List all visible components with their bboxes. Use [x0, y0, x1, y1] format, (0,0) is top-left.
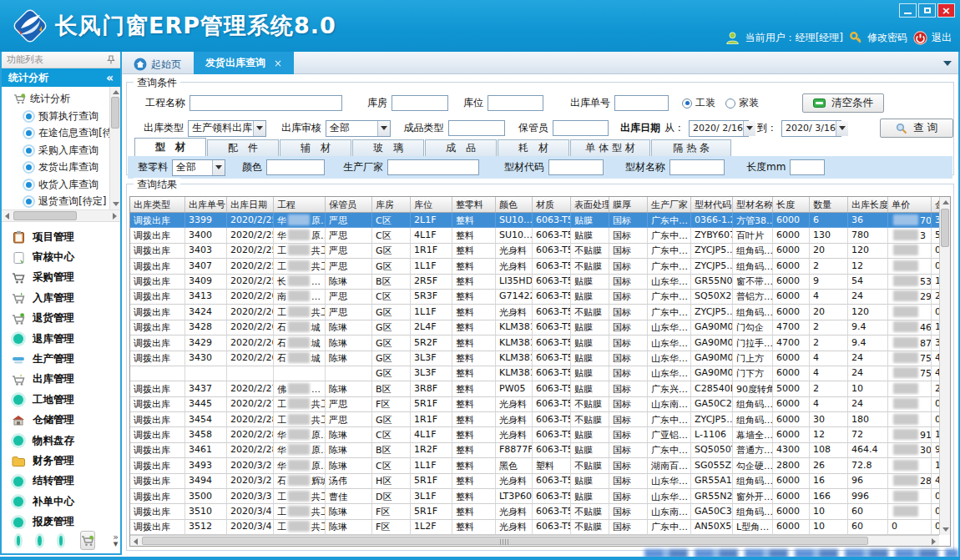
- factory-input[interactable]: [387, 159, 479, 175]
- tab-home[interactable]: 起始页: [125, 54, 189, 74]
- jiazhuang-radio[interactable]: 家装: [725, 96, 759, 110]
- column-header-14[interactable]: 型材名称: [733, 197, 773, 212]
- more-modules-button[interactable]: »▾: [113, 534, 119, 547]
- scroll-right-icon[interactable]: [932, 538, 936, 545]
- column-header-16[interactable]: 数量: [810, 197, 848, 212]
- outbound-audit-select[interactable]: 全部: [326, 120, 390, 137]
- sidebar-item-10[interactable]: 物料盘存: [2, 431, 120, 451]
- sidebar-item-4[interactable]: 退货管理: [2, 309, 120, 329]
- scroll-down-icon[interactable]: [113, 202, 119, 206]
- sidebar-item-1[interactable]: 审核中心: [2, 247, 120, 267]
- collapse-icon[interactable]: «: [106, 71, 114, 84]
- whole-part-select[interactable]: 全部: [172, 159, 225, 176]
- column-header-0[interactable]: 出库类型: [130, 197, 185, 212]
- column-header-5[interactable]: 库房: [372, 197, 411, 212]
- material-tab-1[interactable]: 配 件: [207, 139, 279, 156]
- sidebar-item-5[interactable]: 退库管理: [2, 329, 120, 349]
- date-from-select[interactable]: 2020/ 2/16: [689, 120, 749, 137]
- scroll-down-icon[interactable]: [942, 527, 949, 532]
- table-row[interactable]: 调拨出库34612020/2/28华原…陈琳B区1R2F整料F8877FT606…: [130, 443, 950, 458]
- scroll-right-icon[interactable]: [113, 213, 117, 219]
- sidebar-item-3[interactable]: 入库管理: [2, 288, 120, 308]
- location-input[interactable]: [488, 95, 543, 111]
- profile-name-input[interactable]: [669, 159, 725, 175]
- sidebar-item-0[interactable]: 项目管理: [2, 227, 120, 247]
- column-header-6[interactable]: 库位: [411, 197, 452, 212]
- scroll-left-icon[interactable]: [134, 538, 138, 545]
- scroll-up-icon[interactable]: [113, 90, 119, 94]
- column-header-10[interactable]: 表面处理: [571, 197, 609, 212]
- outbound-order-input[interactable]: [614, 95, 669, 111]
- tree-root-statistics[interactable]: 统计分析: [2, 90, 109, 108]
- table-row[interactable]: 调拨出库34032020/2/25工共工程严思G区1R1F整料光身料6063-T…: [130, 244, 950, 259]
- tree-horizontal-scrollbar[interactable]: [2, 210, 120, 222]
- dot-icon[interactable]: [59, 536, 63, 546]
- material-tab-4[interactable]: 成 品: [425, 139, 497, 156]
- column-header-12[interactable]: 生产厂家: [648, 197, 691, 212]
- material-tab-6[interactable]: 单 体 型 材: [570, 139, 650, 156]
- table-row[interactable]: 调拨出库35122020/3/4工共工程陈琳F区1L2F整料光身料6063-T5…: [130, 520, 950, 535]
- maximize-button[interactable]: [918, 3, 936, 18]
- product-type-input[interactable]: [448, 120, 505, 136]
- dot-icon[interactable]: [17, 536, 20, 546]
- tab-shipping-outbound-query[interactable]: 发货出库查询 ×: [194, 52, 294, 74]
- dot-icon[interactable]: [38, 536, 41, 546]
- table-row[interactable]: 调拨出库34092020/2/25长…陈琳B区2R5F整料LI35HD6063-…: [130, 275, 950, 290]
- table-row[interactable]: 调拨出库35102020/3/4工共工程陈琳F区5R1F整料光身料6063-T5…: [130, 504, 950, 519]
- date-to-select[interactable]: 2020/ 3/16: [781, 120, 841, 137]
- sidebar-section-header[interactable]: 统计分析 «: [2, 68, 120, 87]
- pin-icon[interactable]: [107, 55, 115, 64]
- table-row[interactable]: 调拨出库34932020/3/2华原…陈琳C区1L1F整料黑色塑料不贴膜国标湖南…: [130, 458, 950, 473]
- radio-unselected-icon[interactable]: [725, 98, 735, 108]
- scroll-up-icon[interactable]: [942, 200, 949, 204]
- keeper-input[interactable]: [553, 120, 609, 136]
- table-row[interactable]: 调拨出库34072020/2/25工共工程严思G区1L1F整料光身料6063-T…: [130, 259, 950, 274]
- table-row[interactable]: 调拨出库34002020/2/25华原…严思C区4L1F整料SU10…6063-…: [130, 228, 950, 243]
- column-header-7[interactable]: 整零料: [452, 197, 496, 212]
- material-tab-0[interactable]: 型 材: [134, 138, 206, 156]
- table-row[interactable]: 调拨出库34132020/2/26南…严思C区5R3F整料G714226063-…: [130, 290, 950, 305]
- close-button[interactable]: ×: [937, 3, 955, 18]
- material-tab-7[interactable]: 隔 热 条: [651, 139, 731, 156]
- clear-conditions-button[interactable]: 清空条件: [802, 93, 884, 113]
- column-header-15[interactable]: 长度: [773, 197, 810, 212]
- logout-button[interactable]: 退出: [913, 31, 952, 45]
- scroll-left-icon[interactable]: [5, 213, 9, 219]
- table-row[interactable]: 调拨出库34282020/2/26石城陈琳G区2L4F整料KLM38176063…: [130, 320, 950, 335]
- tree-vertical-scrollbar[interactable]: [109, 87, 120, 209]
- table-row[interactable]: 调拨出库34302020/2/26石城陈琳G区3L3F整料KLM38176063…: [130, 351, 950, 366]
- tree-item-0[interactable]: 预算执行查询: [2, 108, 109, 125]
- table-row[interactable]: G区3L3F整料KLM38176063-T5贴膜国标山东华…GA90M09…门下…: [130, 366, 950, 381]
- outbound-type-select[interactable]: 生产领料出库: [188, 120, 266, 137]
- table-row[interactable]: 调拨出库34582020/2/28华原…陈琳C区4L1F整料光身料6063-T5…: [130, 427, 950, 442]
- sidebar-item-9[interactable]: 仓储管理: [2, 411, 120, 431]
- column-header-2[interactable]: 出库日期: [227, 197, 274, 212]
- length-input[interactable]: [790, 159, 825, 175]
- column-header-18[interactable]: 单价: [888, 197, 932, 212]
- material-tab-3[interactable]: 玻 璃: [352, 139, 424, 156]
- project-name-input[interactable]: [189, 95, 342, 111]
- change-password-button[interactable]: 修改密码: [849, 31, 907, 45]
- column-header-13[interactable]: 型材代码: [691, 197, 733, 212]
- material-tab-5[interactable]: 耗 材: [498, 139, 569, 156]
- sidebar-item-11[interactable]: 财务管理: [2, 451, 120, 471]
- column-header-17[interactable]: 出库长度: [848, 197, 888, 212]
- tree-item-2[interactable]: 采购入库查询: [2, 142, 109, 159]
- search-button[interactable]: 查 询: [880, 119, 953, 138]
- profile-code-input[interactable]: [548, 159, 604, 175]
- radio-selected-icon[interactable]: [682, 98, 692, 108]
- sidebar-item-2[interactable]: 采购管理: [2, 268, 120, 288]
- table-row[interactable]: 调拨出库34452020/2/27工共工程严思F区5R1F整料光身料6063-T…: [130, 397, 950, 412]
- sidebar-item-6[interactable]: 生产管理: [2, 349, 120, 369]
- minimize-button[interactable]: [899, 3, 917, 18]
- table-vertical-scrollbar[interactable]: [939, 197, 950, 535]
- tree-item-3[interactable]: 发货出库查询: [2, 159, 109, 177]
- table-horizontal-scrollbar[interactable]: [130, 535, 939, 546]
- table-row[interactable]: 调拨出库34372020/2/27佛…陈琳B区3R8F整料PW056063-T5…: [130, 381, 950, 396]
- statistics-module-button[interactable]: [80, 531, 95, 550]
- sidebar-item-8[interactable]: 工地管理: [2, 390, 120, 410]
- close-tab-icon[interactable]: ×: [274, 58, 282, 69]
- sidebar-item-7[interactable]: 出库管理: [2, 370, 120, 390]
- column-header-9[interactable]: 材质: [533, 197, 571, 212]
- material-tab-2[interactable]: 辅 材: [280, 139, 351, 156]
